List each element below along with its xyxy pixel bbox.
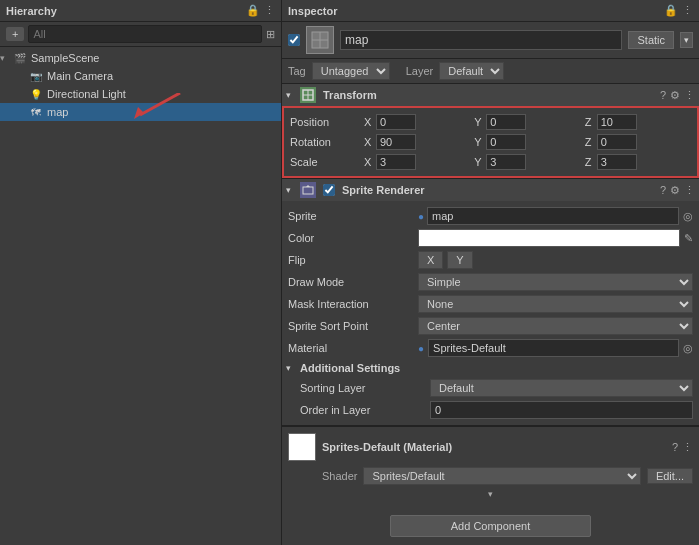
position-z-input[interactable] bbox=[597, 114, 637, 130]
flip-value: X Y bbox=[418, 251, 693, 269]
rotation-z-label: Z bbox=[585, 136, 595, 148]
position-x-input[interactable] bbox=[376, 114, 416, 130]
mask-interaction-row: Mask Interaction None bbox=[282, 293, 699, 315]
position-z-label: Z bbox=[585, 116, 595, 128]
sprite-renderer-controls: ? ⚙ ⋮ bbox=[660, 184, 695, 197]
material-input[interactable] bbox=[428, 339, 679, 357]
sprite-renderer-component: ▾ Sprite Renderer ? ⚙ ⋮ Sprite bbox=[282, 179, 699, 426]
sprite-sort-point-value: Center bbox=[418, 317, 693, 335]
scale-x-label: X bbox=[364, 156, 374, 168]
color-box[interactable] bbox=[418, 229, 680, 247]
material-preview-icon bbox=[288, 433, 316, 461]
tree-item-directional-light[interactable]: 💡 Directional Light bbox=[0, 85, 281, 103]
light-icon: 💡 bbox=[28, 86, 44, 102]
scene-label: SampleScene bbox=[31, 52, 100, 64]
sorting-layer-value: Default bbox=[430, 379, 693, 397]
transform-more-icon: ⋮ bbox=[684, 89, 695, 102]
scale-x-field: X bbox=[364, 154, 470, 170]
lock-icon: 🔒 bbox=[246, 4, 260, 17]
sprite-renderer-active-checkbox[interactable] bbox=[323, 184, 335, 196]
order-in-layer-input[interactable] bbox=[430, 401, 693, 419]
static-button[interactable]: Static bbox=[628, 31, 674, 49]
rotation-x-label: X bbox=[364, 136, 374, 148]
material-more-icon: ⋮ bbox=[682, 441, 693, 454]
scale-z-input[interactable] bbox=[597, 154, 637, 170]
flip-y-button[interactable]: Y bbox=[447, 251, 472, 269]
inspector-header: Inspector 🔒 ⋮ bbox=[282, 0, 699, 22]
inspector-lock-icon: 🔒 bbox=[664, 4, 678, 17]
hierarchy-header: Hierarchy 🔒 ⋮ bbox=[0, 0, 281, 22]
rotation-xyz: X Y Z bbox=[364, 134, 691, 150]
material-value: ● ◎ bbox=[418, 339, 693, 357]
material-target-icon[interactable]: ◎ bbox=[683, 342, 693, 355]
sorting-layer-label: Sorting Layer bbox=[300, 382, 430, 394]
tag-dropdown[interactable]: Untagged bbox=[312, 62, 390, 80]
flip-label: Flip bbox=[288, 254, 418, 266]
transform-settings-icon: ⚙ bbox=[670, 89, 680, 102]
material-help-icon: ? bbox=[672, 441, 678, 454]
material-row: Material ● ◎ bbox=[282, 337, 699, 359]
sprite-renderer-header[interactable]: ▾ Sprite Renderer ? ⚙ ⋮ bbox=[282, 179, 699, 201]
material-dot-icon: ● bbox=[418, 343, 424, 354]
rotation-x-field: X bbox=[364, 134, 470, 150]
sprite-renderer-more-icon: ⋮ bbox=[684, 184, 695, 197]
additional-settings-header[interactable]: ▾ Additional Settings bbox=[282, 359, 699, 377]
shader-row: Shader Sprites/Default Edit... bbox=[288, 465, 693, 487]
sprite-value: ● ◎ bbox=[418, 207, 693, 225]
scale-row: Scale X Y Z bbox=[284, 152, 697, 172]
mask-interaction-dropdown[interactable]: None bbox=[418, 295, 693, 313]
map-icon: 🗺 bbox=[28, 104, 44, 120]
sorting-layer-dropdown[interactable]: Default bbox=[430, 379, 693, 397]
color-picker-icon[interactable]: ✎ bbox=[684, 232, 693, 245]
hierarchy-panel: Hierarchy 🔒 ⋮ + ⊞ ▾ 🎬 SampleScene 📷 Main… bbox=[0, 0, 282, 545]
position-row: Position X Y Z bbox=[284, 112, 697, 132]
shader-dropdown[interactable]: Sprites/Default bbox=[363, 467, 640, 485]
more-icon: ⋮ bbox=[264, 4, 275, 17]
flip-x-button[interactable]: X bbox=[418, 251, 443, 269]
order-in-layer-value bbox=[430, 401, 693, 419]
camera-icon: 📷 bbox=[28, 68, 44, 84]
sprite-sort-point-dropdown[interactable]: Center bbox=[418, 317, 693, 335]
expand-bar[interactable]: ▾ bbox=[288, 487, 693, 501]
active-checkbox[interactable] bbox=[288, 34, 300, 46]
sprite-target-icon[interactable]: ◎ bbox=[683, 210, 693, 223]
scale-z-label: Z bbox=[585, 156, 595, 168]
tree-item-map[interactable]: 🗺 map bbox=[0, 103, 281, 121]
svg-marker-9 bbox=[306, 185, 310, 187]
sprite-sort-point-row: Sprite Sort Point Center bbox=[282, 315, 699, 337]
rotation-z-input[interactable] bbox=[597, 134, 637, 150]
draw-mode-dropdown[interactable]: Simple bbox=[418, 273, 693, 291]
scale-x-input[interactable] bbox=[376, 154, 416, 170]
tag-label: Tag bbox=[288, 65, 306, 77]
add-button[interactable]: + bbox=[6, 27, 24, 41]
flip-row: Flip X Y bbox=[282, 249, 699, 271]
transform-header[interactable]: ▾ Transform ? ⚙ ⋮ bbox=[282, 84, 699, 106]
order-in-layer-label: Order in Layer bbox=[300, 404, 430, 416]
material-section: Sprites-Default (Material) ? ⋮ Shader Sp… bbox=[282, 426, 699, 507]
add-component-button[interactable]: Add Component bbox=[390, 515, 592, 537]
hierarchy-search-bar: + ⊞ bbox=[0, 22, 281, 47]
sprite-renderer-icon bbox=[300, 182, 316, 198]
search-input[interactable] bbox=[28, 25, 262, 43]
object-header: Static ▾ bbox=[282, 22, 699, 59]
object-name-input[interactable] bbox=[340, 30, 622, 50]
transform-expand-arrow: ▾ bbox=[286, 90, 296, 100]
sprite-sort-point-label: Sprite Sort Point bbox=[288, 320, 418, 332]
static-dropdown-arrow[interactable]: ▾ bbox=[680, 32, 693, 48]
tree-item-main-camera[interactable]: 📷 Main Camera bbox=[0, 67, 281, 85]
svg-rect-8 bbox=[303, 187, 313, 194]
sprite-input[interactable] bbox=[427, 207, 679, 225]
rotation-x-input[interactable] bbox=[376, 134, 416, 150]
position-y-input[interactable] bbox=[486, 114, 526, 130]
rotation-y-input[interactable] bbox=[486, 134, 526, 150]
additional-settings-arrow: ▾ bbox=[286, 363, 296, 373]
edit-shader-button[interactable]: Edit... bbox=[647, 468, 693, 484]
scale-z-field: Z bbox=[585, 154, 691, 170]
transform-icon bbox=[300, 87, 316, 103]
scene-root[interactable]: ▾ 🎬 SampleScene bbox=[0, 49, 281, 67]
layer-dropdown[interactable]: Default bbox=[439, 62, 504, 80]
transform-help-icon: ? bbox=[660, 89, 666, 102]
order-in-layer-row: Order in Layer bbox=[282, 399, 699, 421]
scale-y-input[interactable] bbox=[486, 154, 526, 170]
sorting-layer-row: Sorting Layer Default bbox=[282, 377, 699, 399]
